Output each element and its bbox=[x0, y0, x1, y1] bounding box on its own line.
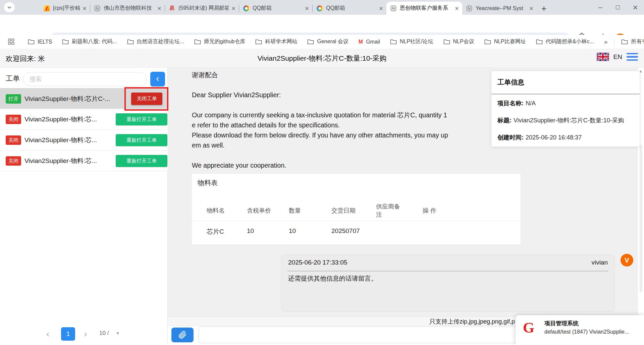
apps-grid-icon[interactable] bbox=[8, 39, 14, 45]
yeacreate-icon bbox=[94, 5, 100, 11]
window-maximize-button[interactable] bbox=[609, 0, 627, 15]
message-line: Dear Supplier Vivian2Supplier: bbox=[192, 90, 281, 100]
ticket-title: Vivian2Supplier-物料:芯... bbox=[24, 156, 97, 166]
browser-tab-qqmail-1[interactable]: QQ邮箱 × bbox=[239, 2, 312, 15]
tab-close-icon[interactable]: × bbox=[305, 5, 309, 11]
table-cell: 10 bbox=[247, 227, 254, 235]
bookmark-shuati[interactable]: 刷题和八股: 代码... bbox=[62, 38, 117, 45]
pagination-next-icon[interactable]: › bbox=[84, 329, 87, 339]
browser-tab-netease[interactable]: 易 (595封未读) 网易邮箱 × bbox=[165, 2, 239, 15]
bookmark-ielts[interactable]: IELTS bbox=[28, 39, 52, 45]
hamburger-menu-icon[interactable] bbox=[627, 53, 638, 61]
chevron-left-icon: ‹ bbox=[156, 74, 159, 83]
reopen-ticket-button[interactable]: 重新打开工单 bbox=[116, 113, 167, 125]
table-cell: 20250707 bbox=[331, 227, 360, 235]
all-bookmarks-folder[interactable]: 所有书签 bbox=[621, 38, 644, 45]
bookmark-nlp-conference[interactable]: NLP会议 bbox=[443, 38, 474, 45]
page-title: Vivian2Supplier-物料:芯片C-数量:10-采购 bbox=[258, 54, 387, 63]
uk-flag-icon[interactable] bbox=[597, 53, 609, 61]
window-close-button[interactable]: × bbox=[627, 0, 644, 15]
folder-icon bbox=[484, 39, 491, 45]
browser-tab-active-support[interactable]: 恩创物联客户服务系 × bbox=[386, 2, 462, 15]
browser-tab-pm-system[interactable]: Yeacreate--PM Syst × bbox=[462, 2, 537, 15]
qqmail-icon bbox=[243, 5, 249, 11]
message-line: Our company is currently seeking a tax-i… bbox=[192, 110, 447, 120]
sidebar-collapse-button[interactable]: ‹ bbox=[150, 72, 165, 87]
yeacreate-icon bbox=[466, 5, 472, 11]
table-cell: 10 bbox=[289, 227, 296, 235]
bookmark-nlp-competition[interactable]: NLP比赛网址 bbox=[484, 38, 526, 45]
bookmark-daima[interactable]: 代码随想录&小林c... bbox=[536, 38, 594, 45]
tab-close-icon[interactable]: × bbox=[455, 5, 459, 11]
bookmark-academic[interactable]: 科研学术网站 bbox=[255, 38, 297, 45]
search-input[interactable] bbox=[23, 72, 147, 86]
language-label[interactable]: EN bbox=[613, 53, 622, 61]
ticket-info-field: 项目名称:N/A bbox=[497, 99, 536, 107]
tab-close-icon[interactable]: × bbox=[231, 5, 235, 11]
page-size-select[interactable]: 10 / bbox=[99, 330, 109, 337]
pm-system-logo: G bbox=[523, 319, 534, 337]
reopen-ticket-button[interactable]: 重新打开工单 bbox=[116, 155, 167, 167]
tab-close-icon[interactable]: × bbox=[379, 5, 383, 11]
status-badge: 关闭 bbox=[6, 156, 21, 166]
annotation-highlight-rect bbox=[124, 87, 168, 111]
ticket-row[interactable]: 关闭 Vivian2Supplier-物料:芯... 重新打开工单 bbox=[0, 151, 168, 171]
tab-close-icon[interactable]: × bbox=[529, 5, 533, 11]
column-header: 交货日期 bbox=[331, 207, 356, 215]
ticket-info-title: 工单信息 bbox=[497, 78, 524, 87]
bookmark-github[interactable]: 师兄的github仓库 bbox=[194, 38, 246, 45]
status-badge: 打开 bbox=[6, 94, 21, 104]
caret-down-icon[interactable]: ▾ bbox=[117, 331, 119, 336]
ticket-row[interactable]: 关闭 Vivian2Supplier-物料:芯... 重新打开工单 bbox=[0, 130, 168, 151]
message-line: We appreciate your cooperation. bbox=[192, 160, 286, 170]
window-minimize-button[interactable]: – bbox=[592, 0, 609, 15]
folder-icon bbox=[127, 39, 134, 45]
notification-popup[interactable]: G 项目管理系统 default/test (1847) Vivian2Supp… bbox=[516, 315, 644, 345]
material-table-title: 物料表 bbox=[198, 178, 218, 187]
folder-icon bbox=[390, 39, 397, 45]
ticket-row[interactable]: 关闭 Vivian2Supplier-物料:芯... 重新打开工单 bbox=[0, 109, 168, 130]
ticket-title: Vivian2Supplier-物料:芯... bbox=[24, 135, 97, 145]
chevron-down-icon bbox=[7, 5, 12, 10]
pagination-page-1[interactable]: 1 bbox=[61, 327, 75, 341]
ticket-info-card: 工单信息 项目名称:N/A 标题:Vivian2Supplier-物料:芯片C-… bbox=[491, 71, 640, 147]
tab-strip: [cps]平价精选PC × 佛山市恩创物联科技 × 易 (595封未读) 网易邮… bbox=[0, 0, 644, 15]
bookmark-gmail[interactable]: MGmail bbox=[359, 39, 380, 45]
bookmark-general-meeting[interactable]: General 会议 bbox=[307, 38, 348, 45]
tab-search-button[interactable] bbox=[4, 2, 15, 12]
browser-tab-qqmail-2[interactable]: QQ邮箱 × bbox=[313, 2, 386, 15]
folder-icon bbox=[443, 39, 450, 45]
sidebar-title: 工单 bbox=[6, 74, 20, 83]
reply-author: vivian bbox=[591, 259, 608, 266]
browser-toolbar: ← → ↻ support.yeacreate.com/supportsyste… bbox=[0, 15, 644, 35]
upload-hint-text: 只支持上传zip,jpg,jpeg,png,gif,p bbox=[429, 318, 515, 326]
status-badge: 关闭 bbox=[6, 115, 21, 124]
tab-close-icon[interactable]: × bbox=[157, 5, 161, 11]
folder-icon bbox=[194, 39, 201, 45]
column-header: 供应商备注 bbox=[376, 203, 404, 219]
ticket-info-field: 标题:Vivian2Supplier-物料:芯片C-数量:10-采购 bbox=[497, 116, 624, 124]
reply-body: 还需提供其他信息的话请留言。 bbox=[288, 274, 377, 283]
ticket-title: Vivian2Supplier-物料:芯... bbox=[24, 115, 97, 124]
pagination-prev-icon[interactable]: ‹ bbox=[46, 329, 49, 339]
browser-window: [cps]平价精选PC × 佛山市恩创物联科技 × 易 (595封未读) 网易邮… bbox=[0, 0, 644, 345]
folder-icon bbox=[536, 39, 543, 45]
cps-icon bbox=[44, 5, 50, 11]
folder-icon bbox=[307, 39, 314, 45]
attach-button[interactable] bbox=[171, 328, 194, 342]
bookmark-nlp-community[interactable]: NLP社区/论坛 bbox=[390, 38, 433, 45]
avatar: V bbox=[621, 254, 633, 267]
bookmark-nlp-forum[interactable]: 自然语言处理论坛... bbox=[127, 38, 184, 45]
reply-timestamp: 2025-06-20 17:33:05 bbox=[288, 259, 347, 266]
welcome-text: 欢迎回来: 米 bbox=[6, 54, 45, 63]
browser-tab-foshan[interactable]: 佛山市恩创物联科技 × bbox=[90, 2, 165, 15]
new-tab-button[interactable]: + bbox=[541, 4, 546, 13]
maximize-icon bbox=[616, 5, 620, 9]
browser-tab-cps[interactable]: [cps]平价精选PC × bbox=[40, 2, 90, 15]
scrollbar-thumb[interactable] bbox=[640, 145, 642, 292]
message-line: e refer to the attached details for the … bbox=[192, 120, 340, 130]
reopen-ticket-button[interactable]: 重新打开工单 bbox=[116, 134, 167, 146]
bookmarks-overflow-chevron[interactable]: » bbox=[604, 38, 607, 46]
message-line: em as well. bbox=[192, 140, 225, 150]
tab-close-icon[interactable]: × bbox=[83, 5, 87, 11]
